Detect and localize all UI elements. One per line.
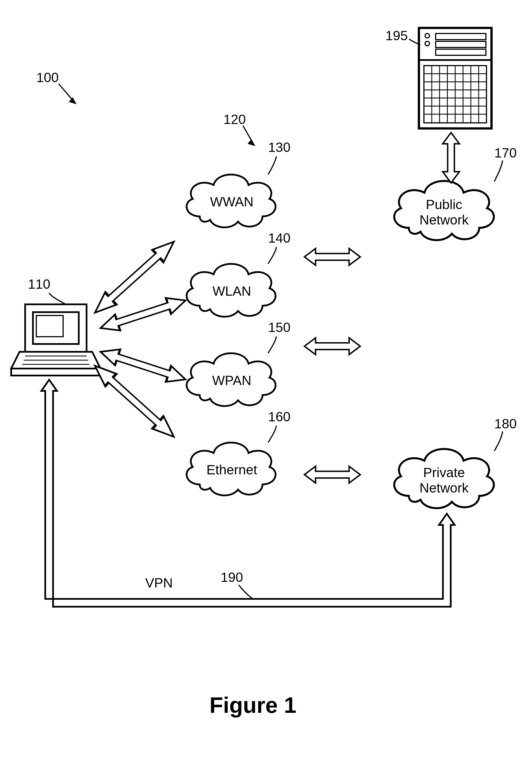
label-public: PublicNetwork — [413, 197, 475, 228]
ref-195: 195 — [385, 28, 408, 43]
ref-180: 180 — [494, 416, 516, 431]
diagram-svg — [0, 0, 532, 784]
ref-120: 120 — [223, 112, 246, 127]
label-wlan: WLAN — [207, 283, 257, 299]
ref-100: 100 — [36, 70, 59, 85]
label-vpn: VPN — [145, 575, 173, 590]
ref-160: 160 — [268, 409, 290, 424]
ref-140: 140 — [268, 230, 290, 246]
svg-point-8 — [425, 33, 429, 38]
svg-point-9 — [425, 41, 429, 46]
label-ethernet: Ethernet — [201, 462, 262, 477]
svg-rect-11 — [436, 41, 486, 48]
ref-130: 130 — [268, 140, 290, 155]
ref-150: 150 — [268, 320, 290, 335]
svg-rect-3 — [37, 316, 62, 336]
server-icon — [419, 28, 492, 129]
svg-rect-12 — [436, 49, 486, 55]
ref-110: 110 — [28, 276, 50, 292]
diagram-page: 100 120 110 195 130 140 150 160 170 180 … — [0, 0, 532, 784]
figure-title: Figure 1 — [209, 693, 296, 718]
ref-190: 190 — [221, 569, 243, 585]
label-wwan: WWAN — [207, 194, 257, 209]
label-wpan: WPAN — [207, 373, 257, 388]
svg-rect-10 — [436, 33, 486, 40]
ref-170: 170 — [494, 145, 516, 161]
label-private: PrivateNetwork — [413, 465, 475, 496]
laptop-icon — [11, 304, 101, 375]
